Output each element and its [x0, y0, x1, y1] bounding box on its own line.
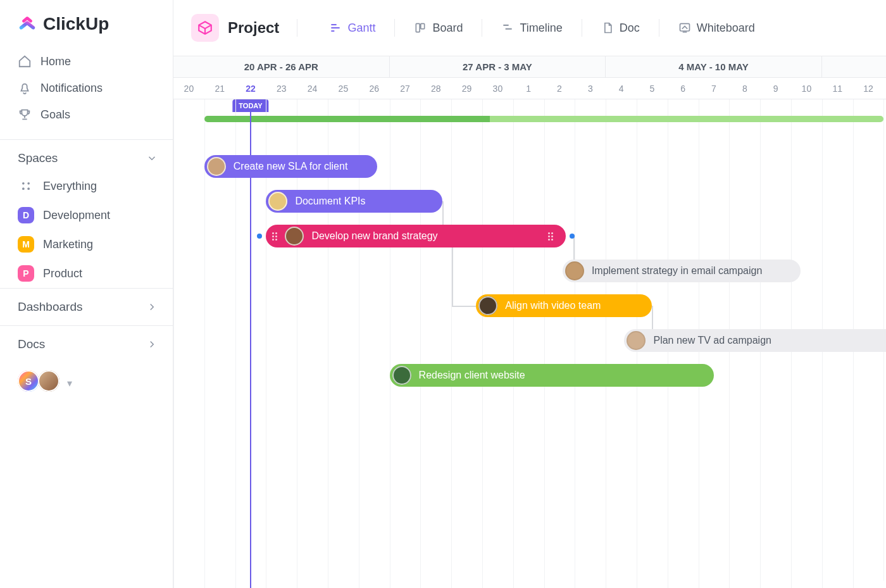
assignee-avatar: [285, 227, 304, 246]
svg-point-3: [27, 187, 30, 190]
gantt-task-bar[interactable]: Redesign client website: [390, 364, 714, 387]
assignee-avatar: [565, 261, 584, 280]
grid-line: [173, 99, 174, 588]
primary-nav: Home Notifications Goals: [0, 46, 173, 139]
tab-doc[interactable]: Doc: [601, 18, 640, 39]
day-header-cell: 8: [729, 78, 760, 99]
day-header-cell: 23: [266, 78, 297, 99]
grid-icon: [18, 178, 34, 194]
svg-rect-6: [680, 23, 689, 31]
task-label: Create new SLA for client: [234, 161, 348, 172]
chevron-right-icon: [146, 301, 158, 313]
tab-label: Whiteboard: [697, 22, 755, 35]
task-label: Align with video team: [505, 300, 601, 311]
main-area: Project Gantt Board Timeline Doc: [173, 0, 886, 588]
assignee-avatar: [627, 331, 646, 350]
tab-label: Doc: [620, 22, 640, 35]
trophy-icon: [18, 108, 32, 122]
gantt-body[interactable]: Create new SLA for clientDocument KPIsDe…: [173, 99, 886, 588]
gantt-icon: [329, 22, 342, 34]
tab-whiteboard[interactable]: Whiteboard: [678, 18, 755, 39]
week-header-cell: 27 APR - 3 MAY: [390, 56, 606, 77]
gantt-task-bar[interactable]: Develop new brand strategy: [266, 225, 565, 247]
spaces-header[interactable]: Spaces: [0, 140, 173, 172]
gantt-task-bar[interactable]: Create new SLA for client: [204, 155, 377, 178]
chevron-right-icon: [146, 339, 158, 350]
drag-handle-icon[interactable]: [548, 232, 553, 241]
drag-handle-icon[interactable]: [272, 232, 277, 241]
day-header-cell: 27: [390, 78, 421, 99]
timeline-icon: [501, 22, 514, 34]
gantt-task-bar[interactable]: Align with video team: [476, 294, 652, 317]
space-everything[interactable]: Everything: [0, 172, 173, 201]
whiteboard-icon: [678, 22, 691, 34]
day-header-cell: 9: [760, 78, 791, 99]
gantt-task-bar[interactable]: Plan new TV ad campaign: [624, 329, 886, 352]
day-header-cell: 29: [451, 78, 482, 99]
project-title: Project: [228, 19, 279, 37]
gantt-chart[interactable]: 20 APR - 26 APR27 APR - 3 MAY4 MAY - 10 …: [173, 56, 886, 588]
dashboards-link[interactable]: Dashboards: [0, 288, 173, 325]
task-label: Develop new brand strategy: [311, 230, 437, 242]
space-label: Product: [43, 267, 82, 280]
space-product[interactable]: P Product: [0, 259, 173, 288]
overall-progress-bar: [204, 116, 884, 122]
day-header-cell: 26: [359, 78, 390, 99]
dependency-dot[interactable]: [570, 234, 575, 239]
grid-line: [451, 99, 452, 588]
grid-line: [482, 99, 483, 588]
day-header-cell: 13: [883, 78, 886, 99]
box-icon: [191, 14, 219, 42]
assignee-avatar: [478, 296, 497, 315]
view-tabs: Gantt Board Timeline Doc Whiteboard: [329, 18, 755, 39]
tab-timeline[interactable]: Timeline: [501, 18, 562, 39]
gantt-task-bar[interactable]: Document KPIs: [266, 190, 442, 213]
assignee-avatar: [207, 157, 226, 176]
day-header-cell: 1: [513, 78, 544, 99]
tab-gantt[interactable]: Gantt: [329, 18, 375, 39]
day-header-cell: 21: [204, 78, 235, 99]
svg-point-1: [27, 182, 30, 185]
day-header-cell: 28: [420, 78, 451, 99]
task-label: Redesign client website: [419, 370, 525, 381]
nav-home[interactable]: Home: [0, 48, 173, 75]
svg-point-2: [22, 187, 25, 190]
day-header-cell: 11: [822, 78, 853, 99]
assignee-avatar: [392, 366, 411, 385]
grid-line: [513, 99, 514, 588]
dependency-dot[interactable]: [257, 234, 262, 239]
workspace-users[interactable]: S ▾: [0, 363, 173, 392]
tab-label: Gantt: [347, 22, 375, 35]
space-development[interactable]: D Development: [0, 201, 173, 230]
grid-line: [204, 99, 205, 588]
svg-rect-5: [421, 23, 425, 28]
project-heading[interactable]: Project: [191, 14, 279, 42]
day-header-cell: 20: [173, 78, 204, 99]
week-label: 27 APR - 3 MAY: [463, 61, 532, 72]
grid-line: [575, 99, 575, 588]
app-name: ClickUp: [43, 14, 109, 34]
space-badge: P: [18, 265, 34, 282]
grid-line: [420, 99, 421, 588]
docs-link[interactable]: Docs: [0, 325, 173, 363]
tab-board[interactable]: Board: [414, 18, 463, 39]
space-marketing[interactable]: M Marketing: [0, 230, 173, 259]
nav-notifications[interactable]: Notifications: [0, 75, 173, 101]
spaces-label: Spaces: [18, 151, 58, 165]
nav-label: Home: [41, 55, 71, 68]
nav-goals[interactable]: Goals: [0, 101, 173, 128]
day-header-cell: 25: [328, 78, 359, 99]
day-header-cell: 3: [575, 78, 606, 99]
week-header-row: 20 APR - 26 APR27 APR - 3 MAY4 MAY - 10 …: [173, 56, 886, 78]
app-logo[interactable]: ClickUp: [0, 14, 173, 46]
sidebar: ClickUp Home Notifications Goals Spaces …: [0, 0, 173, 588]
divider: [482, 19, 482, 37]
svg-point-0: [22, 182, 25, 185]
grid-line: [544, 99, 545, 588]
space-label: Marketing: [43, 238, 93, 251]
assignee-avatar: [268, 192, 287, 211]
chevron-down-icon: [146, 153, 158, 164]
grid-line: [606, 99, 606, 588]
week-header-cell: 4 MAY - 10 MAY: [606, 56, 822, 77]
gantt-task-bar[interactable]: Implement strategy in email campaign: [563, 260, 801, 282]
